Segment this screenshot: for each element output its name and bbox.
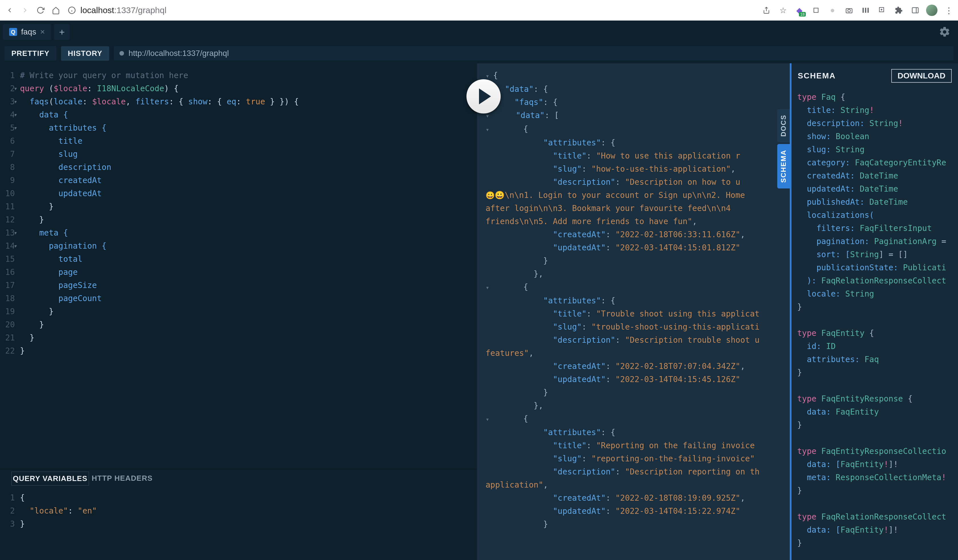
schema-header: SCHEMA DOWNLOAD <box>791 63 958 88</box>
workspace: 1 2 3 4 5 6 7 8 9 10 11 12 13 14 15 16 1… <box>0 63 958 560</box>
tab-faqs[interactable]: Q faqs × <box>3 24 51 40</box>
query-column: 1 2 3 4 5 6 7 8 9 10 11 12 13 14 15 16 1… <box>0 63 477 560</box>
forward-icon[interactable] <box>19 5 31 16</box>
vars-tabs: QUERY VARIABLES HTTP HEADERS <box>0 469 477 485</box>
play-icon <box>479 88 491 104</box>
browser-chrome-bar: localhost:1337/graphql ☆ ◆18 ● ⋮ <box>0 0 958 21</box>
profile-avatar[interactable] <box>926 5 937 16</box>
execute-button[interactable] <box>466 79 501 113</box>
endpoint-input[interactable]: http://localhost:1337/graphql <box>114 46 953 60</box>
tab-http-headers[interactable]: HTTP HEADERS <box>90 471 154 485</box>
svg-rect-4 <box>814 8 818 12</box>
bookmark-icon[interactable]: ☆ <box>777 5 788 16</box>
extension-new-tab-icon[interactable] <box>877 5 888 16</box>
site-info-icon[interactable] <box>67 5 77 15</box>
query-code[interactable]: # Write your query or mutation here quer… <box>17 63 299 469</box>
tab-query-variables[interactable]: QUERY VARIABLES <box>11 471 89 485</box>
vars-code[interactable]: { "locale": "en" } <box>17 485 97 560</box>
svg-point-6 <box>848 10 850 12</box>
extension-redux-icon[interactable]: ◆18 <box>794 5 805 16</box>
chrome-menu-icon[interactable]: ⋮ <box>943 5 954 16</box>
back-icon[interactable] <box>4 5 15 16</box>
prettify-button[interactable]: PRETTIFY <box>5 46 56 61</box>
query-editor[interactable]: 1 2 3 4 5 6 7 8 9 10 11 12 13 14 15 16 1… <box>0 63 477 469</box>
playground-tabs: Q faqs × + <box>0 21 958 43</box>
result-viewer[interactable]: ▾ { "data": { "faqs": { ▾ "data": [ ▾ { … <box>477 63 790 560</box>
extension-crop-icon[interactable] <box>810 5 822 16</box>
result-column: DOCS SCHEMA ▾ { "data": { "faqs": { ▾ "d… <box>477 63 790 560</box>
url-text: localhost:1337/graphql <box>81 5 167 15</box>
gear-icon[interactable] <box>939 26 950 38</box>
variables-panel: QUERY VARIABLES HTTP HEADERS 1 2 3 { "lo… <box>0 469 477 560</box>
status-dot-icon <box>119 51 124 56</box>
schema-rail[interactable]: SCHEMA <box>777 144 790 189</box>
toolbar: PRETTIFY HISTORY http://localhost:1337/g… <box>0 43 958 63</box>
tab-badge-icon: Q <box>9 28 17 36</box>
extensions-puzzle-icon[interactable] <box>893 5 904 16</box>
svg-rect-8 <box>865 8 866 13</box>
schema-title: SCHEMA <box>798 71 836 81</box>
docs-rail[interactable]: DOCS <box>777 109 790 142</box>
extension-dot-icon[interactable]: ● <box>827 5 838 16</box>
tab-label: faqs <box>21 27 36 36</box>
side-rails: DOCS SCHEMA <box>777 109 790 189</box>
chrome-right-icons: ☆ ◆18 ● ⋮ <box>761 5 954 16</box>
new-tab-button[interactable]: + <box>54 24 70 40</box>
svg-rect-9 <box>868 8 869 13</box>
schema-column: SCHEMA DOWNLOAD type Faq { title: String… <box>790 63 958 560</box>
endpoint-url: http://localhost:1337/graphql <box>128 49 229 58</box>
playground-shell: Q faqs × + PRETTIFY HISTORY http://local… <box>0 21 958 560</box>
close-icon[interactable]: × <box>40 27 45 36</box>
side-panel-icon[interactable] <box>909 5 921 16</box>
extension-camera-icon[interactable] <box>843 5 855 16</box>
svg-rect-13 <box>912 8 918 13</box>
schema-body[interactable]: type Faq { title: String! description: S… <box>791 88 958 560</box>
fold-markers[interactable]: ▾ ▾ ▾ ▾ ▾ ▾ <box>14 69 19 344</box>
download-button[interactable]: DOWNLOAD <box>891 69 952 83</box>
svg-rect-7 <box>863 8 864 13</box>
vars-editor[interactable]: 1 2 3 { "locale": "en" } <box>0 485 477 560</box>
address-bar[interactable]: localhost:1337/graphql <box>65 5 757 15</box>
share-icon[interactable] <box>761 5 772 16</box>
home-icon[interactable] <box>50 5 62 16</box>
history-button[interactable]: HISTORY <box>61 46 109 61</box>
extension-piano-icon[interactable] <box>860 5 871 16</box>
reload-icon[interactable] <box>35 5 46 16</box>
vars-gutter: 1 2 3 <box>0 485 17 560</box>
